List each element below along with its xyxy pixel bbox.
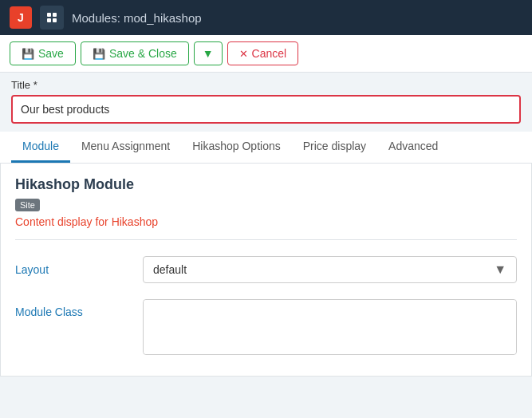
save-icon: 💾 — [22, 48, 34, 60]
top-bar: J Modules: mod_hikashop — [0, 0, 532, 35]
title-label: Title * — [11, 79, 521, 91]
cancel-icon: ✕ — [239, 48, 248, 60]
module-heading: Hikashop Module — [15, 176, 517, 193]
logo-text: J — [18, 11, 24, 24]
layout-label: Layout — [15, 263, 143, 276]
toolbar: 💾 Save 💾 Save & Close ▼ ✕ Cancel — [0, 35, 532, 73]
svg-rect-1 — [53, 13, 57, 17]
layout-control: default ▼ — [143, 256, 517, 283]
module-class-textarea-wrapper — [143, 299, 517, 355]
divider — [15, 239, 517, 240]
module-class-textarea[interactable] — [144, 300, 516, 354]
chevron-icon: ▼ — [203, 47, 214, 60]
title-input-wrapper — [11, 95, 521, 124]
tab-menu-assignment-label: Menu Assignment — [81, 140, 170, 152]
module-class-control — [143, 299, 517, 355]
tab-menu-assignment[interactable]: Menu Assignment — [70, 132, 181, 163]
tab-price-display[interactable]: Price display — [292, 132, 377, 163]
title-section: Title * — [0, 73, 532, 124]
layout-select-wrapper: default ▼ — [143, 256, 517, 283]
page-title: Modules: mod_hikashop — [72, 11, 202, 25]
tab-advanced-label: Advanced — [388, 140, 438, 152]
module-description: Content display for Hikashop — [15, 215, 517, 228]
tab-advanced[interactable]: Advanced — [377, 132, 449, 163]
save-close-label: Save & Close — [109, 47, 177, 60]
save-close-button[interactable]: 💾 Save & Close — [81, 41, 189, 65]
description-highlight: Hikashop — [112, 215, 158, 228]
save-button[interactable]: 💾 Save — [10, 41, 76, 65]
joomla-logo: J — [10, 6, 32, 29]
tab-hikashop-options[interactable]: Hikashop Options — [181, 132, 292, 163]
chevron-down-icon: ▼ — [494, 262, 506, 277]
tab-hikashop-options-label: Hikashop Options — [192, 140, 281, 152]
tab-price-display-label: Price display — [303, 140, 366, 152]
description-prefix: Content display for — [15, 215, 112, 228]
svg-rect-3 — [53, 18, 57, 22]
tab-module-label: Module — [22, 140, 59, 152]
title-input[interactable] — [13, 97, 519, 122]
site-badge: Site — [15, 199, 40, 211]
module-class-row: Module Class — [15, 291, 517, 363]
module-panel: Hikashop Module Site Content display for… — [0, 164, 532, 377]
tab-module[interactable]: Module — [11, 132, 70, 163]
module-class-label: Module Class — [15, 299, 143, 318]
dropdown-button[interactable]: ▼ — [194, 41, 223, 65]
module-icon — [40, 6, 64, 30]
svg-rect-0 — [47, 13, 51, 17]
layout-row: Layout default ▼ — [15, 248, 517, 291]
tabs-bar: Module Menu Assignment Hikashop Options … — [0, 132, 532, 164]
cancel-button[interactable]: ✕ Cancel — [227, 41, 299, 65]
save-close-icon: 💾 — [93, 48, 105, 60]
svg-rect-2 — [47, 18, 51, 22]
layout-select[interactable]: default — [153, 263, 494, 276]
cancel-label: Cancel — [252, 47, 287, 60]
save-label: Save — [38, 47, 64, 60]
